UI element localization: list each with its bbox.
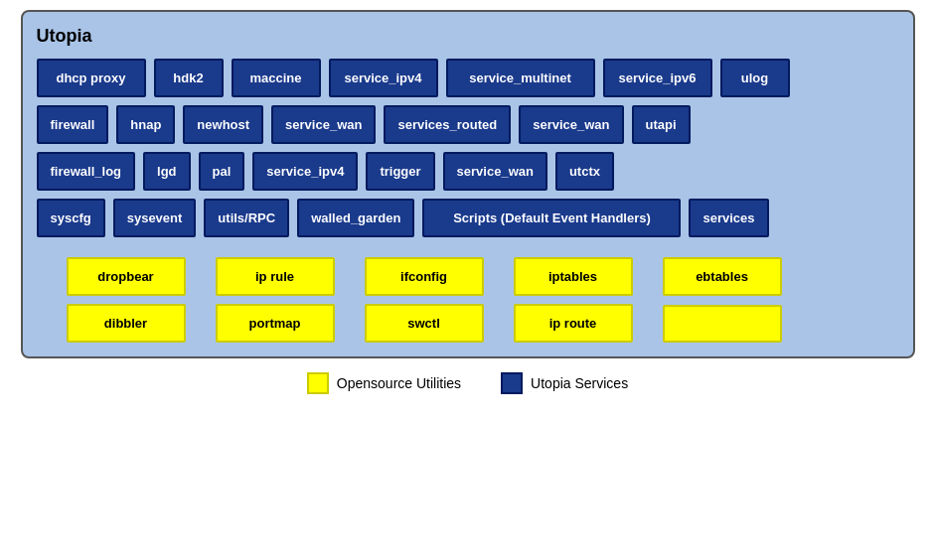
legend-opensource: Opensource Utilities	[307, 372, 461, 394]
yellow-cell-r0-c3: iptables	[514, 257, 633, 296]
yellow-cell-r1-c1: portmap	[216, 304, 335, 343]
blue-cell-r0-c1: hdk2	[154, 59, 224, 97]
yellow-row-1: dibblerportmapswctlip route	[67, 304, 869, 343]
blue-cell-r0-c5: service_ipv6	[603, 59, 712, 97]
yellow-cell-r0-c0: dropbear	[67, 257, 186, 296]
yellow-cell-r0-c2: ifconfig	[365, 257, 484, 296]
blue-cell-r0-c6: ulog	[720, 59, 790, 97]
blue-cell-r1-c6: utapi	[632, 105, 691, 144]
blue-cell-r0-c3: service_ipv4	[329, 59, 438, 97]
yellow-row-0: dropbearip ruleifconfigiptablesebtables	[67, 257, 869, 296]
blue-cell-r2-c3: service_ipv4	[252, 152, 358, 191]
yellow-cell-r1-c2: swctl	[365, 304, 484, 343]
blue-cell-r0-c4: service_multinet	[446, 59, 595, 97]
blue-row-3: syscfgsyseventutils/RPCwalled_gardenScri…	[37, 199, 899, 237]
yellow-cell-r1-c0: dibbler	[67, 304, 186, 343]
blue-cell-r2-c5: service_wan	[443, 152, 547, 191]
legend-utopia: Utopia Services	[501, 372, 628, 394]
blue-cell-r3-c2: utils/RPC	[204, 199, 289, 237]
blue-cell-r3-c4: Scripts (Default Event Handlers)	[422, 199, 681, 237]
legend-blue-box	[501, 372, 523, 394]
blue-cell-r1-c1: hnap	[116, 105, 175, 144]
yellow-grid: dropbearip ruleifconfigiptablesebtablesd…	[37, 257, 899, 343]
blue-grid: dhcp proxyhdk2maccineservice_ipv4service…	[37, 59, 899, 237]
blue-cell-r3-c3: walled_garden	[297, 199, 414, 237]
main-container: Utopia dhcp proxyhdk2maccineservice_ipv4…	[21, 10, 915, 358]
blue-cell-r1-c0: firewall	[37, 105, 109, 144]
blue-cell-r3-c5: services	[689, 199, 768, 237]
utopia-title: Utopia	[37, 26, 899, 47]
legend-yellow-box	[307, 372, 329, 394]
blue-cell-r0-c0: dhcp proxy	[37, 59, 146, 97]
blue-row-2: firewall_loglgdpalservice_ipv4triggerser…	[37, 152, 899, 191]
blue-cell-r1-c2: newhost	[183, 105, 263, 144]
blue-cell-r1-c4: services_routed	[384, 105, 511, 144]
blue-cell-r0-c2: maccine	[232, 59, 321, 97]
blue-cell-r1-c3: service_wan	[271, 105, 376, 144]
blue-row-1: firewallhnapnewhostservice_wanservices_r…	[37, 105, 899, 144]
blue-cell-r2-c6: utctx	[555, 152, 614, 191]
yellow-cell-r0-c1: ip rule	[216, 257, 335, 296]
blue-cell-r3-c1: sysevent	[113, 199, 197, 237]
blue-cell-r1-c5: service_wan	[519, 105, 623, 144]
yellow-cell-r0-c4: ebtables	[663, 257, 782, 296]
legend-utopia-label: Utopia Services	[531, 375, 628, 391]
legend: Opensource Utilities Utopia Services	[307, 372, 628, 394]
blue-cell-r2-c2: pal	[199, 152, 245, 191]
legend-opensource-label: Opensource Utilities	[337, 375, 461, 391]
blue-cell-r3-c0: syscfg	[37, 199, 105, 237]
yellow-cell-r1-c3: ip route	[514, 304, 633, 343]
blue-cell-r2-c0: firewall_log	[37, 152, 136, 191]
blue-row-0: dhcp proxyhdk2maccineservice_ipv4service…	[37, 59, 899, 97]
yellow-cell-r1-c4	[663, 305, 782, 343]
blue-cell-r2-c4: trigger	[366, 152, 434, 191]
blue-cell-r2-c1: lgd	[143, 152, 191, 191]
